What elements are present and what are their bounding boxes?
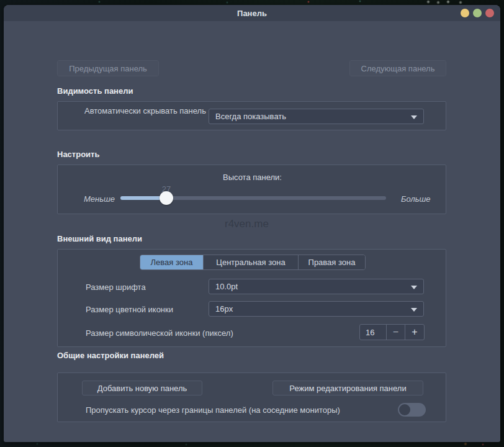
autohide-dropdown[interactable]: Всегда показывать [209, 109, 424, 124]
icon-size-dropdown-value: 16px [215, 304, 233, 314]
maximize-button-icon[interactable] [473, 9, 482, 17]
font-size-dropdown-value: 10.0pt [215, 282, 238, 291]
close-button-icon[interactable] [485, 9, 494, 17]
spinner-value[interactable]: 16 [360, 325, 387, 340]
watermark: r4ven.me [225, 218, 269, 230]
slider-more-label: Больше [401, 194, 431, 204]
icon-size-label: Размер цветной иконки [86, 305, 173, 314]
autohide-label: Автоматически скрывать панель [84, 106, 215, 116]
chevron-down-icon [411, 286, 417, 289]
panel-height-slider[interactable] [120, 196, 386, 200]
spinner-decrement-button[interactable]: − [387, 325, 405, 340]
configure-frame: Высота панели: 27 Меньше Больше [57, 165, 446, 214]
slider-handle[interactable] [160, 191, 173, 205]
cursor-passthrough-label: Пропускать курсор через границы панелей … [86, 405, 340, 415]
symbolic-icon-size-label: Размер символической иконки (пиксел) [86, 328, 233, 338]
icon-size-dropdown[interactable]: 16px [209, 301, 424, 317]
toggle-knob [399, 404, 410, 415]
section-title-visibility: Видимость панели [57, 86, 133, 96]
next-panel-button[interactable]: Следующая панель [349, 60, 446, 76]
appearance-frame: Левая зона Центральная зона Правая зона … [57, 249, 446, 347]
edit-mode-button[interactable]: Режим редактирования панели [272, 381, 423, 395]
panel-preferences-window: Панель Предыдущая панель Следующая панел… [4, 5, 500, 442]
autohide-dropdown-value: Всегда показывать [215, 112, 286, 121]
symbolic-icon-size-spinner: 16 − + [359, 324, 425, 340]
section-title-configure: Настроить [57, 150, 99, 159]
add-panel-button[interactable]: Добавить новую панель [82, 381, 202, 395]
chevron-down-icon [411, 115, 417, 119]
chevron-down-icon [411, 308, 417, 312]
previous-panel-button[interactable]: Предыдущая панель [57, 60, 159, 76]
tab-left-zone[interactable]: Левая зона [140, 255, 204, 269]
general-frame: Добавить новую панель Режим редактирован… [57, 372, 446, 422]
window-controls [461, 9, 494, 17]
panel-height-label: Высота панели: [58, 173, 447, 182]
window-title: Панель [237, 9, 267, 18]
font-size-dropdown[interactable]: 10.0pt [209, 279, 424, 294]
font-size-label: Размер шрифта [86, 282, 146, 292]
titlebar[interactable]: Панель [4, 5, 500, 21]
visibility-frame: Автоматически скрывать панель Всегда пок… [57, 101, 446, 130]
section-title-appearance: Внешний вид панели [57, 234, 142, 243]
slider-less-label: Меньше [84, 194, 115, 204]
tab-right-zone[interactable]: Правая зона [299, 255, 365, 269]
cursor-passthrough-toggle[interactable] [398, 403, 426, 417]
minimize-button-icon[interactable] [461, 9, 469, 17]
tab-central-zone[interactable]: Центральная зона [204, 255, 299, 269]
zone-tabs: Левая зона Центральная зона Правая зона [140, 255, 366, 270]
spinner-increment-button[interactable]: + [405, 325, 424, 340]
section-title-general: Общие настройки панелей [57, 351, 164, 360]
